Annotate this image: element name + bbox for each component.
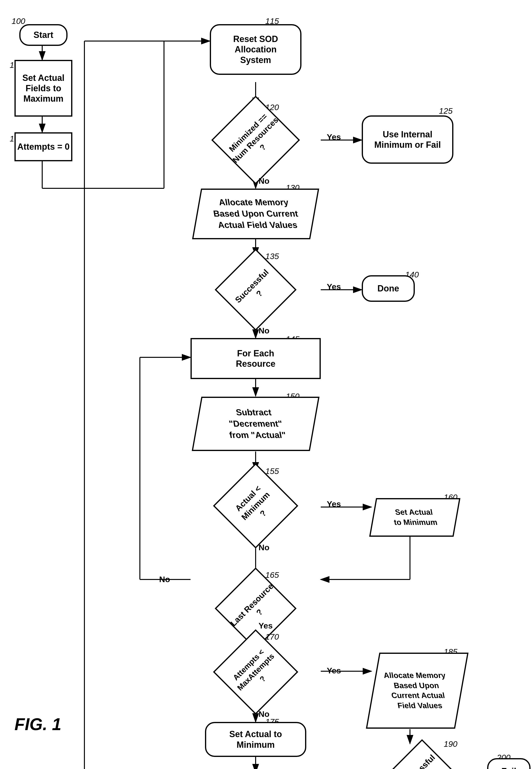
minimized-yes-label: Yes — [327, 132, 341, 142]
attempts-lt-max-diamond: Attempts <MaxAttempts? — [191, 637, 321, 707]
attempts-node: Attempts = 0 — [14, 132, 72, 161]
use-internal-node: Use Internal Minimum or Fail — [362, 115, 453, 164]
successful-2-diamond: Successful? — [371, 744, 473, 769]
flowchart-diagram: 100 Start 105 Set Actual Fields to Maxim… — [0, 0, 532, 769]
reset-sod-1-node: Reset SOD Allocation System — [210, 24, 301, 75]
actual-lt-min-yes-label: Yes — [327, 499, 341, 509]
minimized-diamond: Minimized ==Num Resources? — [191, 106, 321, 174]
successful2-no-label: No — [477, 767, 488, 769]
set-actual-fields-node: Set Actual Fields to Maximum — [14, 60, 72, 117]
last-resource-no-label: No — [159, 574, 170, 584]
last-resource-yes-label: Yes — [259, 621, 273, 631]
actual-lt-min-no-label: No — [259, 543, 269, 552]
ref-125: 125 — [439, 106, 453, 116]
fig-label: FIG. 1 — [14, 715, 61, 734]
successful1-yes-label: Yes — [327, 282, 341, 292]
ref-100: 100 — [12, 16, 25, 26]
start-node: Start — [19, 24, 68, 46]
set-actual-min-2-node: Set Actual to Minimum — [205, 722, 306, 757]
subtract-node: Subtract"Decrement"from "Actual" — [195, 396, 316, 451]
for-each-node: For Each Resource — [191, 338, 321, 379]
set-actual-to-min-node: Set Actualto Minimum — [371, 497, 458, 537]
successful1-no-label: No — [259, 326, 269, 335]
attempts-yes-label: Yes — [327, 666, 341, 675]
allocate-1-node: Allocate MemoryBased Upon CurrentActual … — [195, 188, 316, 240]
fail-node: Fail — [487, 758, 531, 769]
actual-lt-min-diamond: Actual <Minimum? — [191, 471, 321, 541]
done-1-node: Done — [362, 275, 415, 302]
allocate-2-node: Allocate MemoryBased UponCurrent ActualF… — [371, 652, 463, 729]
minimized-no-label: No — [259, 176, 269, 186]
successful-1-diamond: Successful? — [191, 256, 321, 324]
